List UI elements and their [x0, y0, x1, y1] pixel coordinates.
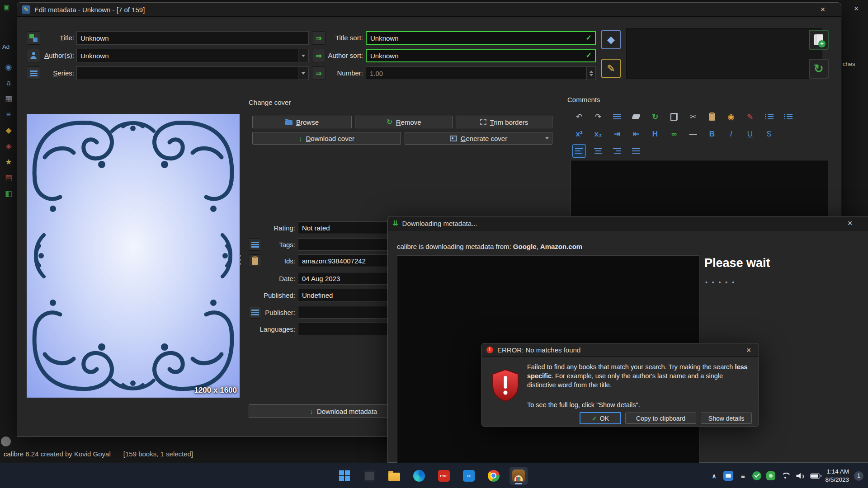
- jobs-indicator-icon[interactable]: [1, 436, 11, 446]
- download-dialog-titlebar[interactable]: Downloading metadata...: [388, 216, 868, 230]
- backup-icon[interactable]: [766, 471, 775, 480]
- series-dropdown-icon[interactable]: [298, 67, 308, 80]
- background-color-icon[interactable]: ◉: [724, 110, 738, 123]
- copy-icon[interactable]: [667, 110, 681, 123]
- vscode-icon[interactable]: ‹›: [460, 467, 478, 485]
- wifi-icon[interactable]: [780, 472, 790, 479]
- teams-icon[interactable]: [723, 471, 733, 481]
- main-window-close-icon[interactable]: [847, 2, 865, 15]
- show-details-button[interactable]: Show details: [701, 413, 752, 424]
- unordered-list-icon[interactable]: [781, 110, 795, 123]
- tray-expand-icon[interactable]: ∧: [709, 473, 718, 479]
- undo-icon[interactable]: ↶: [572, 110, 586, 123]
- news-icon[interactable]: ◆: [5, 127, 11, 134]
- heading-icon[interactable]: H: [648, 127, 662, 141]
- outdent-icon[interactable]: ⇤: [629, 127, 643, 141]
- generate-cover-button[interactable]: Generate cover: [405, 132, 552, 145]
- italic-icon[interactable]: I: [724, 127, 738, 141]
- notes-icon[interactable]: ≡: [738, 472, 747, 480]
- browse-label: Browse: [296, 118, 319, 126]
- battery-icon[interactable]: [810, 474, 820, 479]
- task-view-icon[interactable]: [360, 467, 378, 485]
- subscript-icon[interactable]: x₂: [591, 127, 605, 141]
- series-button[interactable]: [27, 66, 40, 80]
- identifiers-icon[interactable]: ◈: [5, 142, 11, 150]
- chrome-icon[interactable]: [485, 467, 503, 485]
- cover-splitter-handle[interactable]: [239, 255, 241, 265]
- paste-icon[interactable]: [705, 110, 719, 123]
- error-log-hint: To see the full log, click "Show details…: [527, 400, 752, 409]
- superscript-icon[interactable]: x²: [572, 127, 586, 141]
- remove-format-button[interactable]: [809, 59, 829, 79]
- file-explorer-icon[interactable]: [385, 467, 403, 485]
- horizontal-rule-icon[interactable]: —: [686, 127, 700, 141]
- tags-icon[interactable]: ◧: [5, 190, 12, 197]
- title-sort-field[interactable]: [366, 31, 596, 45]
- author-sort-input[interactable]: [366, 49, 596, 62]
- edit-dialog-close-icon[interactable]: [813, 3, 833, 17]
- strikethrough-icon[interactable]: S: [762, 127, 776, 141]
- align-right-icon[interactable]: [610, 144, 624, 158]
- ratings-icon[interactable]: ★: [5, 158, 12, 166]
- swap-title-author-button[interactable]: [27, 31, 40, 45]
- authors-field[interactable]: [76, 49, 309, 62]
- authors-icon[interactable]: ◉: [5, 63, 12, 71]
- notification-badge[interactable]: 1: [854, 471, 863, 481]
- defender-icon[interactable]: [752, 471, 761, 480]
- align-center-icon[interactable]: [591, 144, 605, 158]
- error-dialog-close-icon[interactable]: [739, 343, 759, 357]
- edit-dialog-titlebar[interactable]: Edit metadata - Unknown - [7 of 159]: [17, 3, 841, 17]
- edit-cover-button[interactable]: [601, 59, 621, 78]
- generate-cover-dropdown-icon[interactable]: [545, 137, 549, 140]
- trim-borders-button[interactable]: Trim borders: [456, 116, 552, 128]
- ok-label: OK: [600, 415, 609, 422]
- download-cover-button[interactable]: Download cover: [252, 132, 401, 145]
- copy-to-clipboard-button[interactable]: Copy to clipboard: [625, 413, 696, 424]
- ok-button[interactable]: OK: [580, 412, 621, 424]
- edge-icon[interactable]: [410, 467, 428, 485]
- edit-dialog-title: Edit metadata - Unknown - [7 of 159]: [34, 6, 145, 14]
- authors-dropdown-icon[interactable]: [298, 49, 308, 62]
- insert-link-icon[interactable]: ∞: [667, 127, 681, 141]
- align-justify-icon[interactable]: [629, 144, 643, 158]
- add-format-button[interactable]: [809, 30, 829, 50]
- clock[interactable]: 1:14 AM 8/5/2023: [825, 468, 849, 483]
- series-number-input[interactable]: [366, 66, 596, 80]
- download-dialog-close-icon[interactable]: [840, 216, 860, 230]
- title-sort-input[interactable]: [366, 31, 596, 45]
- title-field[interactable]: [76, 31, 309, 45]
- plugins-icon[interactable]: ▦: [5, 95, 12, 103]
- remove-cover-button[interactable]: ↻ Remove: [355, 116, 453, 128]
- calibre-icon[interactable]: [509, 467, 528, 485]
- languages-icon[interactable]: a: [6, 79, 10, 87]
- author-sort-field[interactable]: [366, 49, 596, 62]
- series-input[interactable]: [76, 66, 309, 80]
- browse-cover-button[interactable]: Browse: [252, 116, 352, 128]
- cut-icon[interactable]: ✂: [686, 110, 700, 123]
- clean-source-icon[interactable]: ↻: [648, 110, 662, 123]
- remove-formatting-icon[interactable]: [629, 110, 643, 123]
- redo-icon[interactable]: ↷: [591, 110, 605, 123]
- error-dialog-titlebar[interactable]: ERROR: No matches found: [482, 343, 759, 357]
- underline-icon[interactable]: U: [743, 127, 757, 141]
- formats-icon[interactable]: ≡: [6, 111, 11, 118]
- title-input[interactable]: [76, 31, 309, 45]
- foreground-color-icon[interactable]: ✎: [743, 110, 757, 123]
- cover-image[interactable]: 1200 x 1600: [27, 114, 240, 398]
- align-left-icon[interactable]: [572, 144, 586, 158]
- authors-input[interactable]: [76, 49, 309, 62]
- start-button[interactable]: [335, 467, 354, 485]
- cover-view-button[interactable]: [601, 30, 621, 49]
- indent-icon[interactable]: ⇥: [610, 127, 624, 141]
- series-field[interactable]: [76, 66, 309, 80]
- number-spinner[interactable]: [586, 67, 595, 80]
- ordered-list-icon[interactable]: [762, 110, 776, 123]
- tags-label: Tags:: [245, 238, 295, 252]
- select-all-icon[interactable]: [610, 110, 624, 123]
- pdf-app-icon[interactable]: PDF: [435, 467, 453, 485]
- bold-icon[interactable]: B: [705, 127, 719, 141]
- series-number-field[interactable]: [366, 66, 596, 80]
- volume-icon[interactable]: [795, 472, 805, 479]
- publisher-icon[interactable]: ▤: [5, 174, 12, 182]
- add-book-icon: [814, 34, 823, 45]
